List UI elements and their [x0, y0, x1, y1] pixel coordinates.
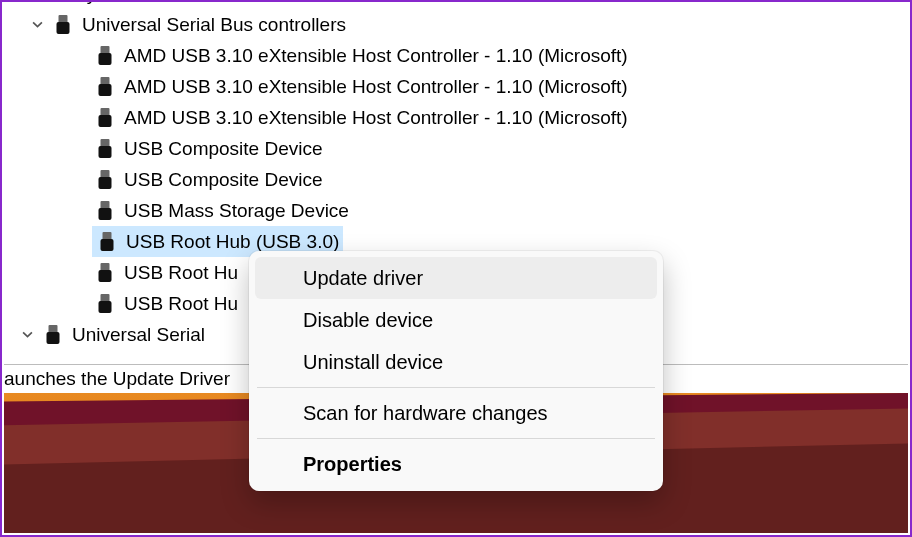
menu-item-disable-device[interactable]: Disable device	[255, 299, 657, 341]
tree-item-label: USB Root Hu	[118, 288, 238, 319]
tree-item[interactable]: USB Composite Device	[2, 133, 910, 164]
usb-icon	[92, 77, 118, 96]
usb-icon	[92, 263, 118, 282]
status-text: aunches the Update Driver	[4, 368, 230, 389]
context-menu: Update driver Disable device Uninstall d…	[249, 251, 663, 491]
tree-item[interactable]: AMD USB 3.10 eXtensible Host Controller …	[2, 71, 910, 102]
tree-category-usb-controllers[interactable]: Universal Serial Bus controllers	[2, 9, 910, 40]
menu-separator	[257, 438, 655, 439]
usb-icon	[40, 325, 66, 344]
tree-item-label: USB Mass Storage Device	[118, 195, 349, 226]
tree-item-label: Universal Serial	[66, 319, 205, 350]
menu-item-label: Update driver	[303, 267, 423, 290]
menu-item-uninstall-device[interactable]: Uninstall device	[255, 341, 657, 383]
tree-item-system-devices[interactable]: System devices	[2, 0, 910, 9]
menu-separator	[257, 387, 655, 388]
menu-item-label: Properties	[303, 453, 402, 476]
tree-item-label: AMD USB 3.10 eXtensible Host Controller …	[118, 71, 628, 102]
menu-item-properties[interactable]: Properties	[255, 443, 657, 485]
chevron-down-icon[interactable]	[28, 19, 46, 30]
tree-item[interactable]: USB Mass Storage Device	[2, 195, 910, 226]
tree-item-label: USB Composite Device	[118, 164, 323, 195]
tree-item-label: AMD USB 3.10 eXtensible Host Controller …	[118, 40, 628, 71]
tree-item-label: AMD USB 3.10 eXtensible Host Controller …	[118, 102, 628, 133]
tree-item-label: USB Root Hu	[118, 257, 238, 288]
tree-item-label: Universal Serial Bus controllers	[76, 9, 346, 40]
usb-icon	[92, 170, 118, 189]
tree-item[interactable]: AMD USB 3.10 eXtensible Host Controller …	[2, 40, 910, 71]
tree-item[interactable]: AMD USB 3.10 eXtensible Host Controller …	[2, 102, 910, 133]
chevron-down-icon[interactable]	[18, 329, 36, 340]
menu-item-scan-hardware[interactable]: Scan for hardware changes	[255, 392, 657, 434]
usb-icon	[92, 201, 118, 220]
tree-item-label: System devices	[68, 0, 207, 9]
usb-icon	[92, 294, 118, 313]
tree-item[interactable]: USB Composite Device	[2, 164, 910, 195]
menu-item-label: Uninstall device	[303, 351, 443, 374]
menu-item-label: Scan for hardware changes	[303, 402, 548, 425]
tree-item-label: USB Composite Device	[118, 133, 323, 164]
usb-icon	[92, 108, 118, 127]
menu-item-label: Disable device	[303, 309, 433, 332]
usb-icon	[92, 46, 118, 65]
device-icon	[42, 0, 68, 2]
usb-icon	[50, 15, 76, 34]
usb-icon	[92, 139, 118, 158]
menu-item-update-driver[interactable]: Update driver	[255, 257, 657, 299]
usb-icon	[94, 232, 120, 251]
